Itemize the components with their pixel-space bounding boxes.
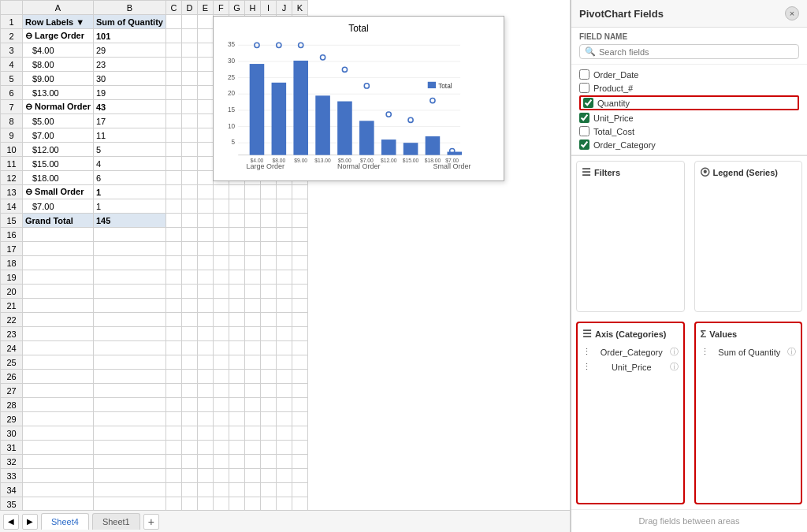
cell-a[interactable]: $7.00	[23, 199, 94, 214]
cell-empty[interactable]	[181, 341, 197, 355]
cell-empty[interactable]	[197, 214, 213, 228]
cell-empty[interactable]	[181, 214, 197, 228]
cell-empty[interactable]	[244, 327, 260, 341]
cell-empty[interactable]	[260, 412, 276, 426]
cell-empty[interactable]	[23, 285, 94, 299]
cell-empty[interactable]	[213, 497, 229, 511]
cell-empty[interactable]	[165, 15, 181, 29]
cell-empty[interactable]	[23, 341, 94, 355]
cell-b[interactable]: 4	[93, 157, 165, 171]
cell-empty[interactable]	[213, 341, 229, 355]
cell-empty[interactable]	[213, 370, 229, 384]
cell-empty[interactable]	[292, 441, 307, 455]
cell-empty[interactable]	[292, 370, 307, 384]
cell-empty[interactable]	[93, 426, 165, 441]
cell-empty[interactable]	[93, 256, 165, 270]
cell-empty[interactable]	[197, 313, 213, 327]
cell-empty[interactable]	[197, 370, 213, 384]
cell-empty[interactable]	[276, 355, 292, 370]
cell-empty[interactable]	[181, 43, 197, 58]
cell-empty[interactable]	[165, 228, 181, 242]
cell-empty[interactable]	[197, 228, 213, 242]
pivot-close-button[interactable]: ×	[785, 6, 799, 20]
cell-b[interactable]: 23	[93, 58, 165, 72]
cell-empty[interactable]	[165, 355, 181, 370]
cell-empty[interactable]	[244, 185, 260, 199]
cell-empty[interactable]	[260, 214, 276, 228]
cell-empty[interactable]	[213, 412, 229, 426]
cell-a[interactable]: $12.00	[23, 143, 94, 157]
cell-empty[interactable]	[165, 114, 181, 128]
cell-empty[interactable]	[165, 384, 181, 398]
cell-empty[interactable]	[276, 455, 292, 469]
cell-empty[interactable]	[23, 384, 94, 398]
cell-empty[interactable]	[197, 199, 213, 214]
cell-empty[interactable]	[213, 299, 229, 313]
cell-empty[interactable]	[165, 242, 181, 256]
cell-empty[interactable]	[213, 256, 229, 270]
cell-empty[interactable]	[229, 441, 244, 455]
cell-empty[interactable]	[93, 285, 165, 299]
cell-empty[interactable]	[292, 341, 307, 355]
cell-empty[interactable]	[181, 398, 197, 412]
cell-empty[interactable]	[197, 157, 213, 171]
cell-empty[interactable]	[229, 285, 244, 299]
cell-empty[interactable]	[244, 384, 260, 398]
cell-empty[interactable]	[260, 327, 276, 341]
cell-empty[interactable]	[292, 313, 307, 327]
cell-empty[interactable]	[197, 86, 213, 100]
cell-empty[interactable]	[244, 355, 260, 370]
cell-empty[interactable]	[165, 497, 181, 511]
cell-empty[interactable]	[213, 270, 229, 285]
cell-empty[interactable]	[292, 214, 307, 228]
field-checkbox-product[interactable]	[579, 83, 589, 93]
cell-empty[interactable]	[276, 228, 292, 242]
tab-prev-btn[interactable]: ◀	[3, 514, 19, 530]
cell-empty[interactable]	[244, 341, 260, 355]
cell-a[interactable]: $13.00	[23, 86, 94, 100]
add-sheet-btn[interactable]: +	[143, 514, 159, 530]
cell-empty[interactable]	[244, 256, 260, 270]
cell-empty[interactable]	[197, 455, 213, 469]
cell-empty[interactable]	[165, 214, 181, 228]
cell-empty[interactable]	[292, 285, 307, 299]
cell-empty[interactable]	[181, 327, 197, 341]
cell-empty[interactable]	[197, 497, 213, 511]
cell-empty[interactable]	[165, 327, 181, 341]
cell-empty[interactable]	[276, 398, 292, 412]
cell-empty[interactable]	[93, 370, 165, 384]
cell-empty[interactable]	[244, 228, 260, 242]
cell-empty[interactable]	[93, 384, 165, 398]
cell-empty[interactable]	[260, 299, 276, 313]
cell-empty[interactable]	[244, 483, 260, 497]
cell-empty[interactable]	[260, 441, 276, 455]
cell-empty[interactable]	[165, 299, 181, 313]
cell-empty[interactable]	[213, 398, 229, 412]
cell-a[interactable]: ⊖ Small Order	[23, 185, 94, 199]
tab-next-btn[interactable]: ▶	[22, 514, 38, 530]
cell-empty[interactable]	[197, 128, 213, 143]
cell-b[interactable]: 19	[93, 86, 165, 100]
cell-empty[interactable]	[276, 313, 292, 327]
cell-empty[interactable]	[93, 341, 165, 355]
cell-empty[interactable]	[292, 483, 307, 497]
cell-empty[interactable]	[213, 185, 229, 199]
cell-empty[interactable]	[213, 355, 229, 370]
cell-empty[interactable]	[276, 384, 292, 398]
cell-empty[interactable]	[93, 497, 165, 511]
cell-empty[interactable]	[244, 285, 260, 299]
cell-empty[interactable]	[260, 341, 276, 355]
cell-empty[interactable]	[229, 256, 244, 270]
cell-empty[interactable]	[292, 355, 307, 370]
cell-empty[interactable]	[244, 242, 260, 256]
cell-empty[interactable]	[244, 313, 260, 327]
cell-empty[interactable]	[165, 128, 181, 143]
cell-empty[interactable]	[197, 143, 213, 157]
cell-empty[interactable]	[197, 299, 213, 313]
cell-empty[interactable]	[165, 256, 181, 270]
cell-empty[interactable]	[292, 384, 307, 398]
cell-empty[interactable]	[93, 242, 165, 256]
cell-b[interactable]: 17	[93, 114, 165, 128]
cell-empty[interactable]	[197, 285, 213, 299]
cell-empty[interactable]	[181, 58, 197, 72]
